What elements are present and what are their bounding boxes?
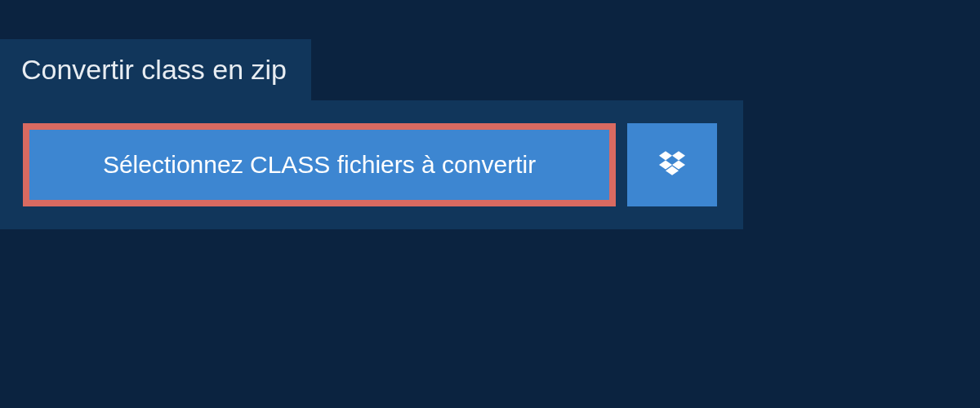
- dropbox-icon: [656, 149, 688, 181]
- dropbox-button[interactable]: [627, 123, 717, 206]
- tab-label: Convertir class en zip: [21, 54, 287, 85]
- tab-bar: Convertir class en zip: [0, 39, 980, 100]
- button-row: Sélectionnez CLASS fichiers à convertir: [23, 123, 720, 206]
- select-files-button[interactable]: Sélectionnez CLASS fichiers à convertir: [29, 130, 609, 200]
- highlight-outline: Sélectionnez CLASS fichiers à convertir: [23, 123, 616, 206]
- upload-panel: Sélectionnez CLASS fichiers à convertir: [0, 100, 743, 229]
- select-files-label: Sélectionnez CLASS fichiers à convertir: [103, 151, 536, 179]
- tab-convert[interactable]: Convertir class en zip: [0, 39, 311, 100]
